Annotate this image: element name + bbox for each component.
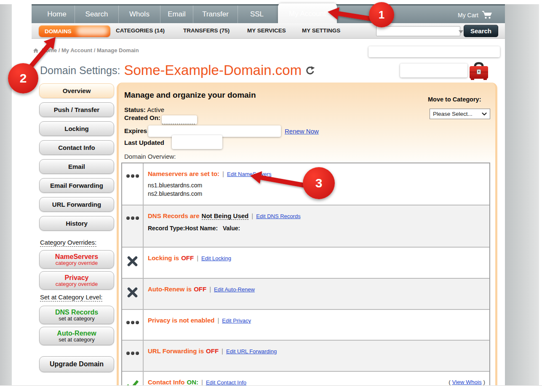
status-line: Status: Active <box>124 106 164 113</box>
row-title: Privacy is not enabled <box>148 317 214 324</box>
breadcrumb-text: Home / My Account / Manage Domain <box>42 47 139 53</box>
sidebar-tab-contact-info[interactable]: Contact Info <box>39 140 114 155</box>
domains-label: DOMAINS <box>45 28 72 35</box>
cross-icon <box>122 248 144 278</box>
row-status: OFF <box>181 254 194 261</box>
sidebar-tab-email-forwarding[interactable]: Email Forwarding <box>39 178 114 193</box>
separator: | <box>222 347 223 355</box>
row-title: Auto-Renew is <box>148 285 192 293</box>
sidebar-button-nameservers-override[interactable]: NameServers category override <box>39 250 114 269</box>
nav-tab-my-account-active[interactable]: My Account <box>278 3 337 24</box>
status-label: Status: <box>124 106 146 113</box>
domain-search-input[interactable] <box>376 27 456 36</box>
domain-search-combobox[interactable] <box>376 26 460 36</box>
row-title: DNS Records are <box>148 212 200 219</box>
left-gutter <box>0 4 12 385</box>
toolbox-icon[interactable] <box>468 61 489 83</box>
redacted-value-box <box>368 46 500 57</box>
sidebar-button-auto-renew-category[interactable]: Auto-Renew set at category <box>39 327 114 345</box>
redacted-created-date <box>162 115 197 124</box>
edit-privacy-link[interactable]: Edit Privacy <box>222 317 251 324</box>
annotation-circle-2: 2 <box>8 63 38 93</box>
sidebar-tab-push-transfer[interactable]: Push / Transfer <box>39 102 114 117</box>
category-subtitle: set at category <box>59 337 94 343</box>
override-title: NameServers <box>55 253 98 260</box>
category-select[interactable]: Please Select... <box>430 109 490 119</box>
table-row-url-forwarding: URL Forwarding is OFF | Edit URL Forward… <box>122 340 489 371</box>
top-navigation: Home Search WhoIs Email Transfer SSL My … <box>32 4 505 23</box>
status-value: Active <box>147 106 164 113</box>
chevron-down-icon <box>482 112 487 116</box>
category-subtitle: set at category <box>59 316 94 322</box>
category-select-value: Please Select... <box>433 111 473 117</box>
my-cart-label: My Cart <box>458 12 478 19</box>
created-on-line: Created On: <box>124 114 160 121</box>
edit-locking-link[interactable]: Edit Locking <box>201 255 231 261</box>
dns-record-headers: Record Type:Host Name: Value: <box>148 225 484 232</box>
row-status: OFF <box>206 347 219 355</box>
edit-dns-records-link[interactable]: Edit DNS Records <box>256 213 300 219</box>
sidebar-tab-overview[interactable]: Overview <box>39 83 114 98</box>
ellipsis-icon <box>122 310 144 340</box>
sidebar-button-privacy-override[interactable]: Privacy category override <box>39 271 114 290</box>
nav-tab-search[interactable]: Search <box>75 5 118 23</box>
upgrade-domain-button[interactable]: Upgrade Domain <box>39 356 114 372</box>
subnav-tab-transfers[interactable]: TRANSFERS (75) <box>183 27 230 34</box>
page-title-prefix: Domain Settings: <box>40 64 120 77</box>
edit-nameservers-link[interactable]: Edit NameServers <box>227 171 271 177</box>
nav-tab-ssl[interactable]: SSL <box>238 5 276 23</box>
cross-icon <box>122 279 144 309</box>
row-status: OFF <box>194 285 206 293</box>
edit-auto-renew-link[interactable]: Edit Auto-Renew <box>214 286 255 293</box>
last-updated-line: Last Updated <box>124 139 164 146</box>
domain-overview-table: Nameservers are set to: | Edit NameServe… <box>121 163 490 392</box>
separator: | <box>197 254 198 261</box>
row-title: Nameservers are set to: <box>148 170 219 177</box>
sidebar-tab-email[interactable]: Email <box>39 159 114 174</box>
edit-url-forwarding-link[interactable]: Edit URL Forwarding <box>226 348 277 355</box>
sidebar-button-dns-records-category[interactable]: DNS Records set at category <box>39 306 114 324</box>
table-row-dns-records: DNS Records are Not Being Used | Edit DN… <box>122 205 489 247</box>
subnav-tab-domains-active[interactable]: DOMAINS <box>39 25 110 37</box>
sidebar-tab-history[interactable]: History <box>39 216 114 231</box>
subnav-tab-my-settings[interactable]: MY SETTINGS <box>302 27 340 34</box>
nav-tab-whois[interactable]: WhoIs <box>118 5 160 23</box>
my-cart-button[interactable]: My Cart <box>458 11 493 19</box>
subnav-tab-categories[interactable]: CATEGORIES (14) <box>116 27 165 34</box>
separator: | <box>217 317 219 324</box>
subnav-tab-my-services[interactable]: MY SERVICES <box>247 27 286 34</box>
override-title: Privacy <box>65 274 89 281</box>
row-title: Contact Info <box>148 379 185 386</box>
category-overrides-label: Category Overrides: <box>40 239 96 247</box>
paren-close: ) <box>482 379 485 385</box>
table-row-locking: Locking is OFF | Edit Locking <box>122 247 489 278</box>
nav-tab-home[interactable]: Home <box>39 5 75 23</box>
view-whois-link[interactable]: View Whois <box>452 379 481 385</box>
refresh-icon[interactable] <box>305 66 315 75</box>
ellipsis-icon <box>122 205 144 247</box>
ellipsis-icon <box>122 341 144 371</box>
row-status: Not Being Used <box>202 212 249 220</box>
row-title: URL Forwarding is <box>148 347 204 355</box>
edit-contact-info-link[interactable]: Edit Contact Info <box>206 379 246 386</box>
annotation-circle-3: 3 <box>303 167 335 199</box>
move-to-category-label: Move to Category: <box>428 96 481 103</box>
separator: | <box>251 212 253 219</box>
domain-name: Some-Example-Domain.com <box>124 62 302 78</box>
ellipsis-icon <box>122 163 144 205</box>
domain-overview-label: Domain Overview: <box>124 153 176 160</box>
renew-now-link[interactable]: Renew Now <box>285 128 319 135</box>
search-button[interactable]: Search <box>464 25 498 37</box>
override-subtitle: category override <box>56 260 98 266</box>
nav-tab-email[interactable]: Email <box>160 5 193 23</box>
page-title: Domain Settings: Some-Example-Domain.com <box>40 62 315 78</box>
created-on-label: Created On: <box>124 114 160 121</box>
breadcrumb[interactable]: Home / My Account / Manage Domain <box>33 47 139 53</box>
view-whois-note: ( View Whois ) <box>449 379 485 385</box>
nav-tab-transfer[interactable]: Transfer <box>193 5 238 23</box>
sidebar-tab-url-forwarding[interactable]: URL Forwarding <box>39 197 114 212</box>
redacted-value-box <box>400 64 467 77</box>
sidebar-tab-locking[interactable]: Locking <box>39 121 114 136</box>
row-status: ON: <box>187 379 199 386</box>
separator: | <box>222 170 224 177</box>
